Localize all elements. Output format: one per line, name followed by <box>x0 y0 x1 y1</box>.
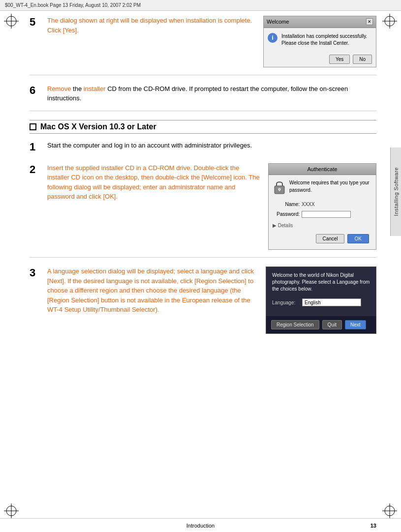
side-tab: Installing Software <box>390 148 401 236</box>
step-6-block: 6 Remove the installer CD from the CD-RO… <box>30 84 376 111</box>
mac-step-3-text: A language selection dialog will be disp… <box>47 266 376 334</box>
step-6-the: the <box>73 85 84 92</box>
mac-step-3-number: 3 <box>30 267 43 334</box>
welcome-dialog-message: Installation has completed successfully.… <box>281 33 372 47</box>
welcome-dialog-buttons: Yes No <box>264 52 376 67</box>
step-5-block: 5 The dialog shown at right will be disp… <box>30 16 376 75</box>
mac-step-2-content: Insert the supplied installer CD in a CD… <box>47 163 376 250</box>
auth-name-row: Name: XXXX <box>273 201 372 208</box>
welcome-dialog-screenshot: Welcome ✕ i Installation has completed s… <box>263 16 376 67</box>
lang-field-row: Language: English <box>272 298 370 306</box>
mac-step-3-block: 3 A language selection dialog will be di… <box>30 266 376 341</box>
auth-dialog-title-text: Authenticate <box>307 166 337 172</box>
auth-password-input[interactable] <box>302 211 351 218</box>
mac-step-3-content: A language selection dialog will be disp… <box>47 266 376 334</box>
step-6-number: 6 <box>30 85 43 103</box>
mac-step-2-number: 2 <box>30 164 43 250</box>
checkbox-icon <box>30 123 36 130</box>
lock-icon <box>273 179 286 196</box>
mac-step-1-content: Start the computer and log in to an acco… <box>47 141 376 152</box>
mac-step-3-span: A language selection dialog will be disp… <box>47 267 254 313</box>
auth-fields: Name: XXXX Password: <box>273 201 372 218</box>
auth-dialog-message: Welcome requires that you type your pass… <box>289 179 372 194</box>
footer-bar: Introduction 13 <box>0 518 401 532</box>
lang-select[interactable]: English <box>302 298 361 306</box>
corner-mark-bl <box>4 503 19 518</box>
lang-quit-button[interactable]: Quit <box>322 320 342 329</box>
mac-step-2-text: Insert the supplied installer CD in a CD… <box>47 163 376 250</box>
svg-rect-14 <box>279 189 280 191</box>
auth-password-row: Password: <box>273 210 372 218</box>
auth-dialog-buttons: Cancel OK <box>273 232 372 245</box>
welcome-dialog-title-text: Welcome <box>267 18 289 26</box>
footer-page-number: 13 <box>370 523 376 529</box>
welcome-yes-button[interactable]: Yes <box>329 55 350 64</box>
lang-dialog-buttons: Region Selection Quit Next <box>266 316 376 333</box>
auth-dialog-screenshot: Authenticate Welcome requires that you t… <box>268 163 376 250</box>
welcome-no-button[interactable]: No <box>353 55 372 64</box>
corner-mark-tr <box>382 14 397 29</box>
auth-dialog-title-bar: Authenticate <box>269 164 376 176</box>
welcome-dialog-body: i Installation has completed successfull… <box>264 28 376 52</box>
mac-step-1-text: Start the computer and log in to an acco… <box>47 141 376 150</box>
auth-message-row: Welcome requires that you type your pass… <box>273 179 372 196</box>
lang-region-button[interactable]: Region Selection <box>271 320 319 329</box>
step-6-remove: Remove <box>47 85 71 92</box>
mac-step-1-span: Start the computer and log in to an acco… <box>47 142 252 149</box>
lang-select-value: English <box>305 299 321 306</box>
mac-step-2-block: 2 Insert the supplied installer CD in a … <box>30 163 376 258</box>
lang-dialog-body: Welcome to the world of Nikon Digital ph… <box>266 267 376 316</box>
mac-step-1-number: 1 <box>30 142 43 152</box>
step-5-text: The dialog shown at right will be displa… <box>47 16 376 67</box>
header-bar: $00_WT-4_En.book Page 13 Friday, August … <box>0 0 401 11</box>
step-5-number: 5 <box>30 17 43 67</box>
auth-name-value: XXXX <box>302 201 315 208</box>
info-icon: i <box>268 33 278 43</box>
auth-password-label: Password: <box>273 210 300 218</box>
step-6-installer: installer <box>84 85 106 92</box>
mac-step-2-span: Insert the supplied installer CD in a CD… <box>47 164 260 201</box>
step-5-text-span: The dialog shown at right will be displa… <box>47 17 252 34</box>
auth-ok-button[interactable]: OK <box>347 234 369 243</box>
welcome-dialog-close[interactable]: ✕ <box>366 18 373 25</box>
mac-section-heading: Mac OS X Version 10.3 or Later <box>30 120 376 134</box>
footer-intro-text: Introduction <box>186 523 215 529</box>
auth-dialog-body: Welcome requires that you type your pass… <box>269 175 376 249</box>
mac-step-3-text-col: A language selection dialog will be disp… <box>47 266 260 315</box>
corner-mark-br <box>382 503 397 518</box>
main-content: 5 The dialog shown at right will be disp… <box>25 11 384 515</box>
mac-step-1-block: 1 Start the computer and log in to an ac… <box>30 141 376 157</box>
welcome-dialog-title-bar: Welcome ✕ <box>264 16 376 28</box>
step-6-text: Remove the installer CD from the CD-ROM … <box>47 84 376 103</box>
step-5-text-col: The dialog shown at right will be displa… <box>47 16 257 35</box>
lang-dialog-welcome-text: Welcome to the world of Nikon Digital ph… <box>272 272 370 293</box>
step-6-content: Remove the installer CD from the CD-ROM … <box>47 84 376 103</box>
mac-section-title: Mac OS X Version 10.3 or Later <box>40 122 156 131</box>
header-text: $00_WT-4_En.book Page 13 Friday, August … <box>5 2 141 8</box>
lang-field-label: Language: <box>272 299 299 306</box>
lang-next-button[interactable]: Next <box>345 320 366 329</box>
corner-mark-tl <box>4 14 19 29</box>
step-5-content: The dialog shown at right will be displa… <box>47 16 376 67</box>
auth-cancel-button[interactable]: Cancel <box>316 234 344 243</box>
mac-step-2-text-col: Insert the supplied installer CD in a CD… <box>47 163 262 202</box>
lang-dialog-screenshot: Welcome to the world of Nikon Digital ph… <box>266 266 376 334</box>
auth-name-label: Name: <box>273 201 300 208</box>
side-tab-label: Installing Software <box>393 167 399 216</box>
auth-details[interactable]: ▶ Details <box>273 222 372 229</box>
